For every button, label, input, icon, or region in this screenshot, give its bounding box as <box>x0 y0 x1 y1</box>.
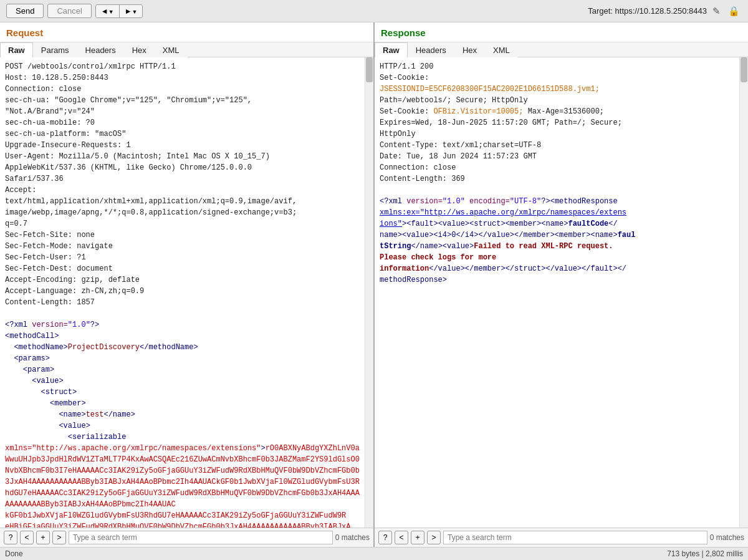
back-button[interactable]: ◄▼ <box>96 5 120 17</box>
req-version-val: "1.0" <box>68 321 90 329</box>
request-scrollbar[interactable] <box>365 57 373 528</box>
request-content-area: POST /webtools/control/xmlrpc HTTP/1.1 H… <box>0 57 373 528</box>
request-plain-text: POST /webtools/control/xmlrpc HTTP/1.1 H… <box>5 62 297 307</box>
response-title: Response <box>375 22 748 42</box>
request-tabs: Raw Params Headers Hex XML <box>0 42 373 57</box>
status-right: 713 bytes | 2,802 millis <box>667 549 743 558</box>
status-left: Done <box>5 549 23 558</box>
req-methodname-text: ProjectDiscovery <box>68 343 140 352</box>
target-label: Target: https://10.128.5.250:8443 <box>588 6 707 16</box>
tab-request-params[interactable]: Params <box>33 42 77 57</box>
req-name-tag-open: <name> <box>59 410 85 419</box>
tab-response-raw[interactable]: Raw <box>375 42 408 57</box>
req-serializable-open: <serializable <box>68 433 127 442</box>
tab-response-hex[interactable]: Hex <box>454 42 485 57</box>
tab-request-raw[interactable]: Raw <box>0 42 33 57</box>
response-search-next[interactable]: > <box>427 531 441 544</box>
request-search-next[interactable]: > <box>52 531 66 544</box>
response-panel: Response Raw Headers Hex XML HTTP/1.1 20… <box>375 22 748 547</box>
response-content-area: HTTP/1.1 200 Set-Cookie: JSESSIONID=E5CF… <box>375 57 748 528</box>
req-struct-tag: <struct> <box>41 388 77 397</box>
response-search-prev[interactable]: < <box>395 531 408 544</box>
status-bar: Done 713 bytes | 2,802 millis <box>0 547 748 560</box>
req-serializable-gt: > <box>261 444 265 453</box>
edit-target-button[interactable]: ✎ <box>711 6 722 17</box>
req-param-tag: <param> <box>23 365 54 374</box>
tab-request-hex[interactable]: Hex <box>124 42 155 57</box>
req-value2-tag: <value> <box>59 422 90 430</box>
response-help-button[interactable]: ? <box>378 531 392 544</box>
nav-group: ◄▼ ►▼ <box>95 4 143 18</box>
request-search-bar: ? < + > 0 matches <box>0 528 373 547</box>
toolbar: Send Cancel ◄▼ ►▼ Target: https://10.128… <box>0 0 748 22</box>
response-search-add[interactable]: + <box>411 531 424 544</box>
response-tabs: Raw Headers Hex XML <box>375 42 748 57</box>
response-scrollbar[interactable] <box>739 57 748 528</box>
response-search-input[interactable] <box>443 531 707 544</box>
request-search-add[interactable]: + <box>36 531 50 544</box>
forward-button[interactable]: ►▼ <box>120 5 143 17</box>
request-title: Request <box>0 22 373 42</box>
req-name-tag-close: </name> <box>103 410 135 419</box>
cancel-button[interactable]: Cancel <box>47 4 91 18</box>
response-headers-text: HTTP/1.1 200 Set-Cookie: JSESSIONID=E5CF… <box>380 62 635 284</box>
req-value-tag: <value> <box>32 377 63 385</box>
main-content: Request Raw Params Headers Hex XML POST … <box>0 22 748 547</box>
req-version-attr: version= <box>32 321 68 329</box>
request-search-prev[interactable]: < <box>20 531 34 544</box>
request-help-button[interactable]: ? <box>4 531 17 544</box>
req-name-text: test <box>86 410 104 419</box>
request-code[interactable]: POST /webtools/control/xmlrpc HTTP/1.1 H… <box>0 57 365 528</box>
req-long-text: rO0ABXNyABdgYXZhLnV0aWwuUHJpb3JpdHlRdWV1… <box>5 444 360 528</box>
req-params-tag: <params> <box>14 354 50 363</box>
lock-button[interactable]: 🔒 <box>726 6 742 17</box>
response-scroll-thumb <box>741 57 747 82</box>
send-button[interactable]: Send <box>6 4 44 18</box>
req-member-tag: <member> <box>50 399 86 408</box>
request-search-input[interactable] <box>69 531 333 544</box>
tab-request-headers[interactable]: Headers <box>77 42 124 57</box>
response-search-matches: 0 matches <box>710 533 744 542</box>
response-code[interactable]: HTTP/1.1 200 Set-Cookie: JSESSIONID=E5CF… <box>375 57 739 528</box>
tab-request-xml[interactable]: XML <box>155 42 188 57</box>
request-scroll-thumb <box>366 57 373 82</box>
request-search-matches: 0 matches <box>335 533 370 542</box>
req-methodcall-tag: <methodCall> <box>5 332 59 340</box>
target-info: Target: https://10.128.5.250:8443 ✎ 🔒 <box>588 6 742 17</box>
req-methodname-open: <methodName> <box>14 343 67 352</box>
req-methodname-close: </methodName> <box>140 343 198 352</box>
tab-response-xml[interactable]: XML <box>485 42 518 57</box>
req-xmlns-attr: xmlns="http://ws.apache.org/xmlrpc/names… <box>5 444 261 453</box>
request-panel: Request Raw Params Headers Hex XML POST … <box>0 22 375 547</box>
tab-response-headers[interactable]: Headers <box>408 42 454 57</box>
req-pi-close: ?> <box>90 321 99 329</box>
request-xml-declaration: <?xml <box>5 321 32 329</box>
response-search-bar: ? < + > 0 matches <box>375 528 748 547</box>
